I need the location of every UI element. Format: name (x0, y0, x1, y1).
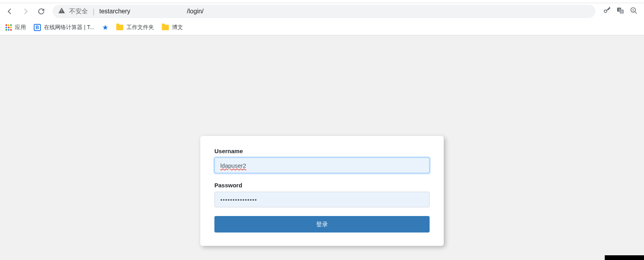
bookmark-label: 在线网络计算器 | T... (44, 24, 94, 31)
url-prefix: testarchery (99, 8, 130, 15)
login-button[interactable]: 登录 (214, 216, 430, 233)
login-card: Username ldapuser2 Password ••••••••••••… (200, 136, 444, 246)
bookmarks-bar: 应用 B 在线网络计算器 | T... ★ 工作文件夹 博文 (0, 20, 644, 35)
zoom-icon[interactable] (630, 7, 638, 16)
bookmark-folder-blog[interactable]: 博文 (162, 24, 183, 31)
password-input[interactable]: ••••••••••••••• (214, 192, 430, 207)
forward-button[interactable] (19, 5, 32, 18)
back-button[interactable] (3, 5, 16, 18)
password-group: Password ••••••••••••••• (214, 182, 430, 207)
translate-icon[interactable]: 文A (617, 7, 624, 16)
username-value: ldapuser2 (220, 162, 246, 169)
browser-top-edge (0, 0, 644, 3)
svg-point-0 (604, 10, 607, 13)
reload-button[interactable] (35, 5, 48, 18)
folder-icon (116, 25, 123, 30)
omnibox-right-icons: 文A (600, 7, 641, 16)
star-icon: ★ (102, 23, 108, 32)
bottom-right-strip (605, 255, 644, 260)
not-secure-icon (58, 7, 65, 16)
apps-shortcut[interactable]: 应用 (5, 24, 26, 31)
address-bar: 不安全 | testarchery /login/ 文A (0, 3, 644, 20)
key-icon[interactable] (603, 7, 611, 16)
bookmark-calculator[interactable]: B 在线网络计算器 | T... (34, 24, 94, 31)
not-secure-label: 不安全 (69, 7, 88, 16)
url-redacted (131, 7, 186, 15)
separator: | (93, 7, 95, 16)
password-value: ••••••••••••••• (220, 196, 257, 203)
username-group: Username ldapuser2 (214, 148, 430, 173)
svg-text:A: A (621, 10, 623, 13)
url-suffix: /login/ (187, 8, 204, 15)
b-letter-icon: B (34, 24, 41, 31)
omnibox[interactable]: 不安全 | testarchery /login/ (53, 5, 595, 18)
password-label: Password (214, 182, 430, 189)
bookmark-label: 博文 (172, 24, 183, 31)
apps-grid-icon (5, 24, 12, 31)
apps-label: 应用 (15, 24, 26, 31)
bookmark-label: 工作文件夹 (126, 24, 154, 31)
folder-icon (162, 25, 169, 30)
bookmark-folder-work[interactable]: 工作文件夹 (116, 24, 154, 31)
username-input[interactable]: ldapuser2 (214, 157, 430, 173)
bookmark-star[interactable]: ★ (102, 23, 108, 32)
url-text: testarchery /login/ (99, 7, 204, 15)
username-label: Username (214, 148, 430, 154)
